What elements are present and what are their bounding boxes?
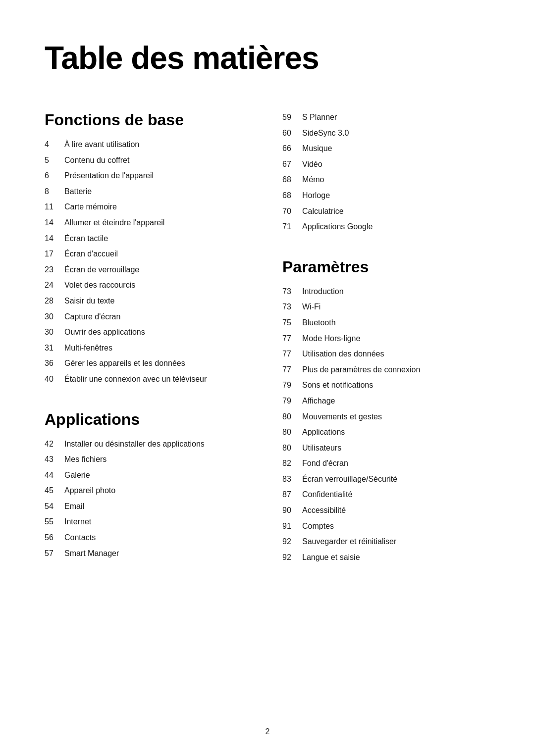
item-number: 73 xyxy=(282,301,302,313)
list-item: 14 Écran tactile xyxy=(45,232,253,245)
item-text: Mémo xyxy=(302,173,324,186)
item-number: 59 xyxy=(282,111,302,124)
item-text: Mode Hors-ligne xyxy=(302,332,360,345)
list-item: 60 SideSync 3.0 xyxy=(282,127,490,140)
list-item: 14 Allumer et éteindre l'appareil xyxy=(45,216,253,229)
applications-list: 42 Installer ou désinstaller des applica… xyxy=(45,438,253,560)
item-text: Gérer les appareils et les données xyxy=(64,357,185,370)
item-number: 42 xyxy=(45,438,64,451)
item-number: 92 xyxy=(282,551,302,564)
item-text: Établir une connexion avec un téléviseur xyxy=(64,373,207,386)
item-number: 79 xyxy=(282,379,302,392)
item-text: Comptes xyxy=(302,520,334,533)
section-applications-heading: Applications xyxy=(45,410,253,429)
item-number: 77 xyxy=(282,348,302,360)
section-parametres: Paramètres 73 Introduction 73 Wi-Fi 75 B… xyxy=(282,258,490,564)
item-text: Utilisateurs xyxy=(302,442,341,454)
item-text: Ouvrir des applications xyxy=(64,326,145,339)
list-item: 28 Saisir du texte xyxy=(45,295,253,307)
apps-continued-list: 59 S Planner 60 SideSync 3.0 66 Musique … xyxy=(282,111,490,233)
list-item: 66 Musique xyxy=(282,142,490,155)
item-number: 55 xyxy=(45,515,64,528)
item-text: Affichage xyxy=(302,395,335,407)
item-text: Wi-Fi xyxy=(302,301,321,313)
list-item: 4 À lire avant utilisation xyxy=(45,138,253,151)
item-number: 30 xyxy=(45,326,64,339)
item-text: Bluetooth xyxy=(302,316,336,329)
item-number: 14 xyxy=(45,216,64,229)
item-number: 43 xyxy=(45,453,64,466)
list-item: 79 Affichage xyxy=(282,395,490,407)
item-number: 68 xyxy=(282,189,302,202)
item-text: Galerie xyxy=(64,469,90,482)
list-item: 57 Smart Manager xyxy=(45,547,253,560)
list-item: 79 Sons et notifications xyxy=(282,379,490,392)
item-number: 77 xyxy=(282,363,302,376)
list-item: 36 Gérer les appareils et les données xyxy=(45,357,253,370)
list-item: 80 Applications xyxy=(282,426,490,439)
page-title: Table des matières xyxy=(45,40,490,76)
content-layout: Fonctions de base 4 À lire avant utilisa… xyxy=(45,111,490,588)
item-number: 11 xyxy=(45,201,64,213)
item-text: Saisir du texte xyxy=(64,295,114,307)
item-number: 91 xyxy=(282,520,302,533)
list-item: 92 Sauvegarder et réinitialiser xyxy=(282,535,490,548)
item-number: 6 xyxy=(45,169,64,182)
list-item: 6 Présentation de l'appareil xyxy=(45,169,253,182)
item-number: 44 xyxy=(45,469,64,482)
item-number: 71 xyxy=(282,220,302,233)
item-number: 40 xyxy=(45,373,64,386)
item-text: Écran verrouillage/Sécurité xyxy=(302,473,397,486)
item-text: Fond d'écran xyxy=(302,457,348,470)
list-item: 40 Établir une connexion avec un télévis… xyxy=(45,373,253,386)
item-text: Allumer et éteindre l'appareil xyxy=(64,216,164,229)
item-text: Confidentialité xyxy=(302,488,352,501)
section-apps-continued: 59 S Planner 60 SideSync 3.0 66 Musique … xyxy=(282,111,490,233)
item-text: Installer ou désinstaller des applicatio… xyxy=(64,438,205,451)
item-text: Contacts xyxy=(64,531,96,544)
list-item: 30 Capture d'écran xyxy=(45,310,253,323)
item-number: 17 xyxy=(45,248,64,260)
list-item: 83 Écran verrouillage/Sécurité xyxy=(282,473,490,486)
list-item: 80 Mouvements et gestes xyxy=(282,410,490,423)
item-number: 80 xyxy=(282,426,302,439)
item-text: Applications Google xyxy=(302,220,373,233)
list-item: 67 Vidéo xyxy=(282,158,490,171)
section-fonctions: Fonctions de base 4 À lire avant utilisa… xyxy=(45,111,253,386)
item-text: Vidéo xyxy=(302,158,322,171)
list-item: 5 Contenu du coffret xyxy=(45,154,253,167)
list-item: 43 Mes fichiers xyxy=(45,453,253,466)
list-item: 70 Calculatrice xyxy=(282,205,490,218)
item-number: 70 xyxy=(282,205,302,218)
item-text: Sauvegarder et réinitialiser xyxy=(302,535,396,548)
item-text: Présentation de l'appareil xyxy=(64,169,154,182)
page-container: Table des matières Fonctions de base 4 À… xyxy=(0,0,535,628)
list-item: 73 Introduction xyxy=(282,285,490,298)
section-applications: Applications 42 Installer ou désinstalle… xyxy=(45,410,253,560)
item-number: 80 xyxy=(282,442,302,454)
item-number: 24 xyxy=(45,279,64,292)
item-number: 66 xyxy=(282,142,302,155)
item-text: Email xyxy=(64,500,84,513)
item-text: Introduction xyxy=(302,285,344,298)
item-text: SideSync 3.0 xyxy=(302,127,349,140)
item-text: Langue et saisie xyxy=(302,551,360,564)
item-number: 90 xyxy=(282,504,302,517)
section-parametres-heading: Paramètres xyxy=(282,258,490,276)
item-number: 79 xyxy=(282,395,302,407)
item-text: Appareil photo xyxy=(64,484,115,497)
item-text: Plus de paramètres de connexion xyxy=(302,363,420,376)
item-text: Mouvements et gestes xyxy=(302,410,382,423)
parametres-list: 73 Introduction 73 Wi-Fi 75 Bluetooth 77… xyxy=(282,285,490,564)
list-item: 23 Écran de verrouillage xyxy=(45,263,253,276)
item-text: Horloge xyxy=(302,189,330,202)
list-item: 77 Mode Hors-ligne xyxy=(282,332,490,345)
list-item: 90 Accessibilité xyxy=(282,504,490,517)
item-number: 36 xyxy=(45,357,64,370)
list-item: 77 Plus de paramètres de connexion xyxy=(282,363,490,376)
list-item: 8 Batterie xyxy=(45,185,253,198)
item-number: 77 xyxy=(282,332,302,345)
list-item: 82 Fond d'écran xyxy=(282,457,490,470)
list-item: 17 Écran d'accueil xyxy=(45,248,253,260)
item-number: 14 xyxy=(45,232,64,245)
